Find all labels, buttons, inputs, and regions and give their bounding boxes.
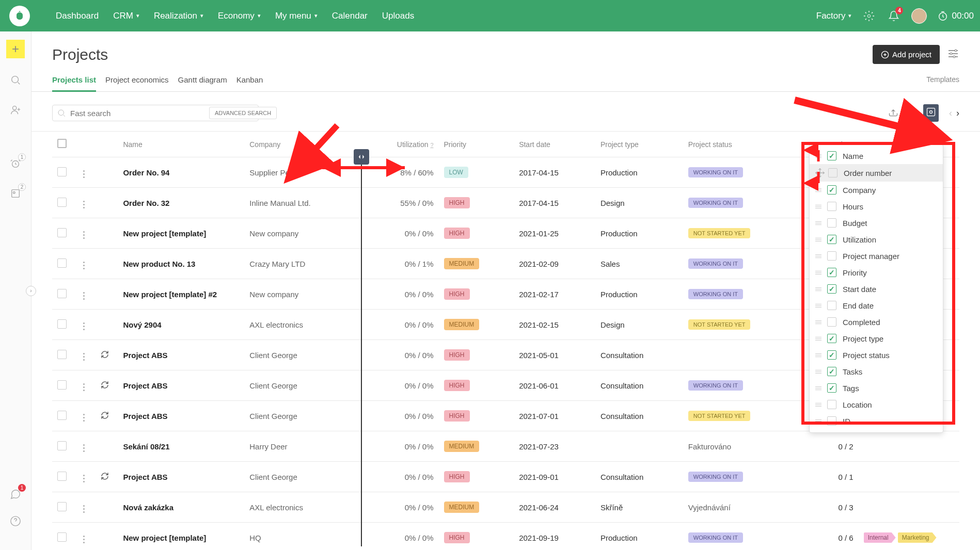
nav-dashboard[interactable]: Dashboard: [56, 11, 99, 21]
row-menu-icon[interactable]: [81, 168, 87, 180]
status-badge: WORKING ON IT: [688, 167, 743, 177]
project-type-cell: Consultation: [595, 340, 683, 370]
next-page-icon[interactable]: ›: [956, 108, 959, 119]
row-checkbox[interactable]: [57, 228, 67, 237]
file-icon[interactable]: 2: [7, 185, 24, 202]
row-checkbox[interactable]: [57, 380, 67, 390]
project-type-cell: Production: [595, 523, 683, 551]
help-icon[interactable]: [7, 513, 24, 529]
row-checkbox[interactable]: [57, 441, 67, 450]
col-project-type[interactable]: Project type: [595, 132, 683, 157]
row-menu-icon[interactable]: [81, 442, 87, 454]
start-date-cell: 2021-06-24: [514, 492, 595, 523]
row-checkbox[interactable]: [57, 258, 67, 268]
priority-badge: HIGH: [444, 471, 470, 482]
row-checkbox[interactable]: [57, 198, 67, 207]
tab-projects-list[interactable]: Projects list: [52, 75, 96, 92]
company-cell: New company: [244, 279, 357, 310]
advanced-search-button[interactable]: ADVANCED SEARCH: [209, 107, 277, 119]
row-menu-icon[interactable]: [81, 351, 87, 363]
table-row[interactable]: New project [template] HQ 0% / 0% HIGH 2…: [52, 523, 959, 551]
sliders-icon[interactable]: [947, 47, 959, 62]
row-checkbox[interactable]: [57, 502, 67, 511]
bell-icon[interactable]: 4: [887, 9, 901, 23]
tab-project-economics[interactable]: Project economics: [105, 75, 169, 91]
templates-link[interactable]: Templates: [926, 75, 959, 91]
row-checkbox[interactable]: [57, 319, 67, 329]
row-checkbox[interactable]: [57, 411, 67, 420]
utilization-cell: 0% / 0%: [357, 401, 439, 431]
svg-point-12: [58, 110, 64, 116]
gear-icon[interactable]: [862, 9, 876, 23]
project-type-cell: Design: [595, 188, 683, 218]
status-text: Fakturováno: [688, 442, 731, 451]
add-button[interactable]: +: [6, 40, 25, 58]
row-menu-icon[interactable]: [81, 381, 87, 393]
row-menu-icon[interactable]: [81, 503, 87, 515]
chat-icon[interactable]: 1: [7, 486, 24, 503]
start-date-cell: 2017-04-15: [514, 157, 595, 188]
alarm-icon[interactable]: 1: [7, 155, 24, 172]
notification-badge: 4: [895, 7, 903, 14]
avatar[interactable]: [911, 8, 927, 24]
start-date-cell: 2017-04-15: [514, 188, 595, 218]
project-name-cell: New project [template]: [118, 523, 244, 551]
nav-economy[interactable]: Economy▾: [218, 11, 261, 21]
timer[interactable]: 00:00: [937, 10, 974, 22]
row-menu-icon[interactable]: [81, 473, 87, 484]
priority-badge: MEDIUM: [444, 441, 480, 452]
status-badge: NOT STARTED YET: [688, 228, 751, 238]
row-menu-icon[interactable]: [81, 320, 87, 332]
nav-crm[interactable]: CRM▾: [113, 11, 139, 21]
priority-badge: HIGH: [444, 228, 470, 239]
nav-mymenu[interactable]: My menu▾: [275, 11, 318, 21]
nav-realization[interactable]: Realization▾: [154, 11, 203, 21]
help-icon[interactable]: ?: [430, 142, 433, 148]
svg-point-10: [950, 53, 952, 55]
table-row[interactable]: Sekání 08/21 Harry Deer 0% / 0% MEDIUM 2…: [52, 431, 959, 462]
project-type-cell: [595, 431, 683, 462]
company-cell: New company: [244, 218, 357, 249]
annotation-updown: [811, 146, 826, 189]
priority-badge: HIGH: [444, 410, 470, 422]
priority-badge: HIGH: [444, 532, 470, 543]
app-logo[interactable]: [9, 6, 30, 26]
row-checkbox[interactable]: [57, 350, 67, 359]
tab-gantt-diagram[interactable]: Gantt diagram: [178, 75, 227, 91]
prev-page-icon[interactable]: ‹: [949, 108, 952, 119]
project-name-cell: New project [template]: [118, 218, 244, 249]
row-menu-icon[interactable]: [81, 412, 87, 424]
nav-factory[interactable]: Factory▾: [816, 11, 852, 21]
col-utilization[interactable]: Utilization ?: [357, 132, 439, 157]
row-menu-icon[interactable]: [81, 199, 87, 211]
project-type-cell: Design: [595, 310, 683, 340]
utilization-cell: 0% / 0%: [357, 492, 439, 523]
tab-kanban[interactable]: Kanban: [236, 75, 263, 91]
row-menu-icon[interactable]: [81, 229, 87, 241]
tabs: Projects list Project economics Gantt di…: [31, 75, 980, 92]
project-type-cell: Consultation: [595, 401, 683, 431]
select-all-checkbox[interactable]: [57, 139, 67, 148]
col-start-date[interactable]: Start date: [514, 132, 595, 157]
search-icon[interactable]: [7, 72, 24, 88]
company-cell: AXL electronics: [244, 310, 357, 340]
nav-calendar[interactable]: Calendar: [332, 11, 368, 21]
col-name[interactable]: Name: [118, 132, 244, 157]
row-checkbox[interactable]: [57, 532, 67, 542]
add-user-icon[interactable]: [7, 102, 24, 118]
col-priority[interactable]: Priority: [439, 132, 514, 157]
row-checkbox[interactable]: [57, 289, 67, 298]
row-menu-icon[interactable]: [81, 533, 87, 545]
nav-uploads[interactable]: Uploads: [382, 11, 414, 21]
project-type-cell: Production: [595, 218, 683, 249]
row-checkbox[interactable]: [57, 167, 67, 176]
row-menu-icon[interactable]: [81, 260, 87, 271]
project-name-cell: New project [template] #2: [118, 279, 244, 310]
row-menu-icon[interactable]: [81, 290, 87, 302]
start-date-cell: 2021-01-25: [514, 218, 595, 249]
table-row[interactable]: Project ABS Client George 0% / 0% HIGH 2…: [52, 462, 959, 492]
start-date-cell: 2021-02-15: [514, 310, 595, 340]
add-project-button[interactable]: Add project: [873, 45, 940, 64]
table-row[interactable]: Nová zakázka AXL electronics 0% / 0% MED…: [52, 492, 959, 523]
row-checkbox[interactable]: [57, 472, 67, 481]
